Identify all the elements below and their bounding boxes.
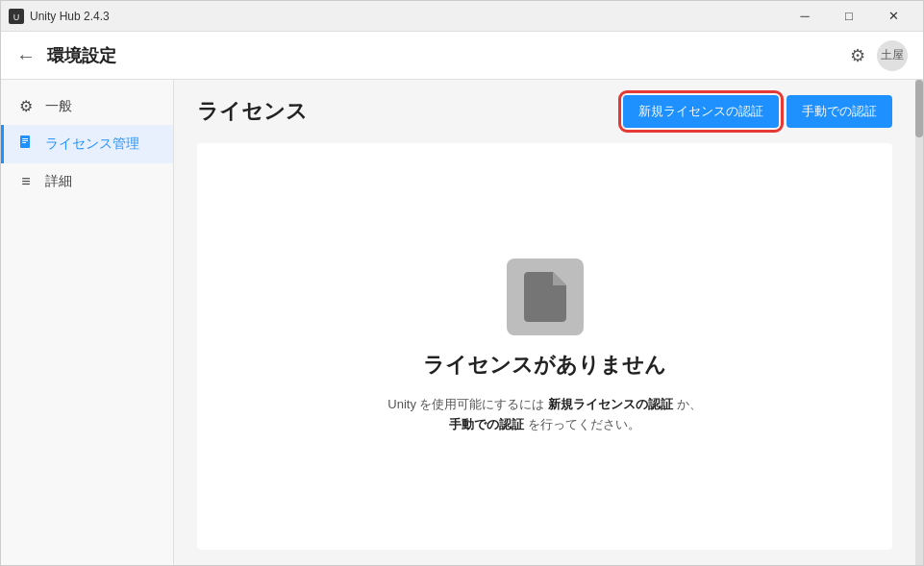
content-area: ライセンス 新規ライセンスの認証 手動での認証 ライセンスがありません Unit… xyxy=(174,80,915,565)
svg-rect-2 xyxy=(20,135,30,148)
desc-link2: 手動での認証 xyxy=(449,417,524,431)
avatar[interactable]: 土屋 xyxy=(877,40,908,71)
advanced-icon: ≡ xyxy=(16,173,36,190)
content-header: ライセンス 新規ライセンスの認証 手動での認証 xyxy=(174,80,915,143)
no-license-title: ライセンスがありません xyxy=(423,351,666,380)
sidebar-label-license: ライセンス管理 xyxy=(45,135,139,153)
desc-part3: を行ってください。 xyxy=(524,417,640,431)
svg-rect-5 xyxy=(22,142,26,143)
maximize-button[interactable]: □ xyxy=(827,1,871,32)
main-layout: ⚙ 一般 ライセンス管理 ≡ 詳細 ライセンス 新規ライセンスの認証 xyxy=(1,80,923,565)
sidebar-label-general: 一般 xyxy=(45,98,72,115)
desc-part2: か、 xyxy=(673,397,702,411)
no-license-icon-container xyxy=(507,258,584,335)
app-header: ← 環境設定 ⚙ 土屋 xyxy=(1,32,923,80)
no-license-description: Unity を使用可能にするには 新規ライセンスの認証 か、手動での認証 を行っ… xyxy=(387,395,701,435)
content-actions: 新規ライセンスの認証 手動での認証 xyxy=(623,95,892,128)
svg-rect-4 xyxy=(22,140,28,141)
titlebar: U Unity Hub 2.4.3 ─ □ ✕ xyxy=(1,1,923,32)
settings-gear-icon[interactable]: ⚙ xyxy=(850,45,865,66)
new-license-button[interactable]: 新規ライセンスの認証 xyxy=(623,95,779,128)
scrollbar-thumb[interactable] xyxy=(915,80,923,137)
scrollbar-track[interactable] xyxy=(915,80,923,565)
close-button[interactable]: ✕ xyxy=(871,1,915,32)
general-icon: ⚙ xyxy=(16,97,36,115)
sidebar: ⚙ 一般 ライセンス管理 ≡ 詳細 xyxy=(1,80,174,565)
back-button[interactable]: ← xyxy=(16,46,36,65)
window-controls: ─ □ ✕ xyxy=(783,1,915,32)
minimize-button[interactable]: ─ xyxy=(783,1,827,32)
svg-text:U: U xyxy=(13,12,20,22)
license-icon xyxy=(16,135,36,154)
manual-license-button[interactable]: 手動での認証 xyxy=(787,95,892,128)
sidebar-item-license[interactable]: ライセンス管理 xyxy=(1,125,173,163)
sidebar-item-general[interactable]: ⚙ 一般 xyxy=(1,87,173,125)
file-icon xyxy=(524,272,566,322)
app-icon: U xyxy=(9,9,24,24)
svg-rect-3 xyxy=(22,138,28,139)
app-title: Unity Hub 2.4.3 xyxy=(30,10,783,23)
sidebar-label-advanced: 詳細 xyxy=(45,173,72,190)
desc-link1: 新規ライセンスの認証 xyxy=(548,397,673,411)
sidebar-item-advanced[interactable]: ≡ 詳細 xyxy=(1,163,173,200)
content-title: ライセンス xyxy=(197,97,623,126)
license-panel: ライセンスがありません Unity を使用可能にするには 新規ライセンスの認証 … xyxy=(197,143,892,550)
header-title: 環境設定 xyxy=(47,44,850,67)
desc-part1: Unity を使用可能にするには xyxy=(387,397,548,411)
